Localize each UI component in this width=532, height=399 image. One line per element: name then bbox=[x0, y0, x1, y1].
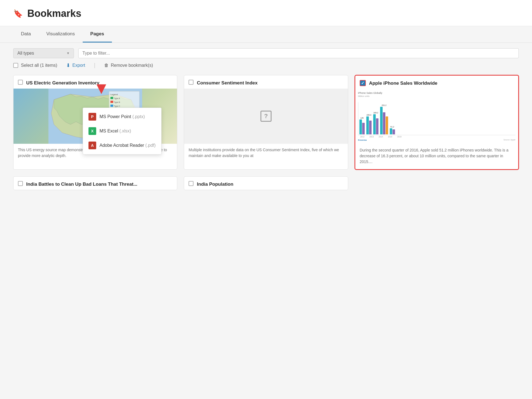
svg-text:Type A: Type A bbox=[114, 97, 120, 100]
card-title-india-loans: India Battles to Clean Up Bad Loans That… bbox=[26, 181, 137, 188]
trash-icon: 🗑 bbox=[104, 63, 109, 68]
actions-bar: Select all (1 items) ⬇ Export | 🗑 Remove… bbox=[0, 58, 532, 68]
select-all-label: Select all (1 items) bbox=[21, 63, 57, 68]
card-india-loans[interactable]: India Battles to Clean Up Bad Loans That… bbox=[13, 176, 177, 190]
bookmark-icon: 🔖 bbox=[13, 9, 23, 18]
separator: | bbox=[94, 62, 95, 68]
export-button[interactable]: ⬇ Export bbox=[66, 62, 85, 68]
svg-rect-7 bbox=[111, 105, 113, 107]
filter-dropdown-label: All types bbox=[17, 51, 34, 56]
card-checkbox-us-electric[interactable] bbox=[18, 80, 23, 85]
type-filter-input[interactable] bbox=[78, 48, 519, 58]
type-filter-dropdown[interactable]: All types ▼ bbox=[13, 48, 74, 58]
card-apple-iphone[interactable]: Apple iPhone Sales Worldwide iPhone Sale… bbox=[355, 75, 519, 170]
svg-text:Legend: Legend bbox=[111, 93, 118, 96]
export-dropdown-menu: P MS Power Point (.pptx) X MS Excel (.xl… bbox=[83, 108, 162, 155]
export-xlsx-item[interactable]: X MS Excel (.xlsx) bbox=[83, 124, 161, 138]
card-checkbox-consumer[interactable] bbox=[189, 80, 194, 85]
chevron-down-icon: ▼ bbox=[66, 51, 70, 55]
pptx-icon: P bbox=[88, 113, 96, 121]
tab-visualizations[interactable]: Visualizations bbox=[39, 26, 83, 42]
card-checkbox-india-pop[interactable] bbox=[189, 181, 194, 186]
arrow-indicator: ▼ bbox=[93, 80, 109, 97]
svg-text:Type C: Type C bbox=[114, 105, 120, 107]
page-header: 🔖 Bookmarks bbox=[0, 0, 532, 26]
select-all-area: Select all (1 items) bbox=[13, 63, 57, 68]
export-pdf-item[interactable]: A Adobe Acrobat Reader (.pdf) bbox=[83, 138, 161, 153]
download-icon: ⬇ bbox=[66, 62, 70, 68]
card-header-4: India Battles to Clean Up Bad Loans That… bbox=[14, 177, 177, 190]
tab-data[interactable]: Data bbox=[13, 26, 39, 42]
card-consumer-sentiment[interactable]: Consumer Sentiment Index ? Multiple inst… bbox=[184, 75, 348, 170]
card-checkbox-apple[interactable] bbox=[360, 80, 366, 86]
page-title: Bookmarks bbox=[27, 8, 81, 19]
card-checkbox-india-loans[interactable] bbox=[18, 181, 23, 186]
card-title-us-electric: US Electric Generation Inventory bbox=[26, 80, 99, 86]
svg-rect-3 bbox=[111, 97, 113, 99]
export-label: Export bbox=[72, 63, 85, 68]
svg-text:Type B: Type B bbox=[114, 101, 120, 103]
export-pptx-item[interactable]: P MS Power Point (.pptx) bbox=[83, 110, 161, 124]
card-header-5: India Population bbox=[184, 177, 348, 190]
card-header-3: Apple iPhone Sales Worldwide bbox=[355, 76, 518, 89]
card-desc-consumer: Multiple institutions provide data on th… bbox=[184, 144, 348, 163]
card-desc-apple: During the second quarter of 2016, Apple… bbox=[355, 144, 518, 169]
card-title-india-pop: India Population bbox=[197, 181, 233, 188]
pdf-label: Adobe Acrobat Reader (.pdf) bbox=[100, 143, 156, 148]
svg-rect-5 bbox=[111, 101, 113, 103]
card-india-population[interactable]: India Population bbox=[184, 176, 348, 190]
card-header-2: Consumer Sentiment Index bbox=[184, 75, 348, 89]
tab-pages[interactable]: Pages bbox=[83, 26, 112, 42]
card-title-consumer: Consumer Sentiment Index bbox=[197, 80, 257, 86]
card-thumbnail-apple: iPhone Sales Globally Million units 125 bbox=[355, 89, 518, 144]
tabs-bar: Data Visualizations Pages bbox=[0, 26, 532, 43]
cards-container: US Electric Generation Inventory Legend … bbox=[0, 68, 532, 197]
xlsx-icon: X bbox=[88, 127, 96, 135]
remove-bookmarks-button[interactable]: 🗑 Remove bookmark(s) bbox=[104, 63, 153, 68]
select-all-checkbox[interactable] bbox=[13, 63, 18, 68]
pdf-icon: A bbox=[88, 142, 96, 149]
remove-label: Remove bookmark(s) bbox=[111, 63, 153, 68]
card-title-apple: Apple iPhone Sales Worldwide bbox=[369, 80, 437, 87]
toolbar: All types ▼ bbox=[0, 43, 532, 58]
pptx-label: MS Power Point (.pptx) bbox=[100, 114, 145, 119]
xlsx-label: MS Excel (.xlsx) bbox=[100, 129, 131, 134]
card-thumbnail-consumer: ? bbox=[184, 89, 348, 144]
